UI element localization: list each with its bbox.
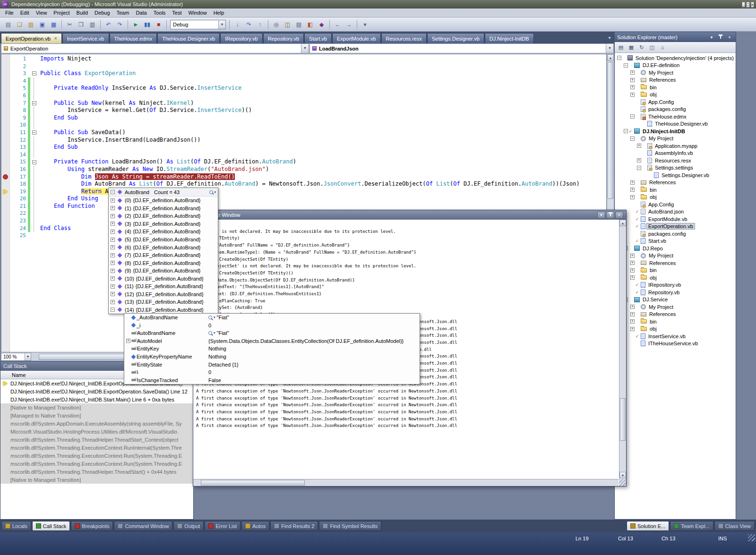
tree-item-start.vb[interactable]: ✓Start.vb — [615, 238, 735, 245]
stack-frame-row[interactable]: DJ.Ninject-InitDB.exe!DJ.Ninject_InitDB.… — [0, 395, 193, 403]
stack-frame-row[interactable]: [Native to Managed Transition] — [0, 476, 193, 484]
stack-frame-row[interactable]: [Native to Managed Transition] — [0, 403, 193, 411]
immediate-horizontal-scrollbar[interactable] — [193, 479, 619, 486]
tree-item-bin[interactable]: +bin — [615, 267, 735, 274]
outlining-margin[interactable] — [30, 92, 38, 100]
panel-tab-locals[interactable]: Locals — [1, 521, 31, 531]
chevron-down-icon[interactable]: ▾ — [606, 44, 613, 53]
datatip-item-row[interactable]: −(14){DJ.EF_definition.AutoBrand} — [109, 306, 218, 314]
menu-file[interactable]: File — [2, 9, 17, 17]
refresh-button[interactable]: ↻ — [637, 43, 646, 52]
outlining-margin[interactable] — [30, 188, 38, 196]
glyph-margin[interactable] — [1, 166, 10, 173]
datatip-item-row[interactable]: +(3){DJ.EF_definition.AutoBrand} — [109, 220, 218, 228]
expand-icon[interactable]: + — [111, 245, 115, 249]
tree-item-my-project[interactable]: +My Project — [615, 303, 735, 311]
glyph-margin[interactable] — [1, 121, 10, 129]
collapse-icon[interactable]: − — [624, 129, 628, 133]
scope-combobox[interactable]: ExportOperation ▾ — [1, 43, 309, 53]
tab-Resources.resx[interactable]: Resources.resx — [381, 33, 427, 43]
show-all-files-button[interactable]: ▦ — [627, 43, 636, 52]
chevron-down-icon[interactable]: ▾ — [214, 331, 215, 335]
tab-ExportOperation.vb[interactable]: ExportOperation.vb× — [1, 33, 62, 43]
tab-TheHouse.Designer.vb[interactable]: TheHouse.Designer.vb — [157, 33, 220, 43]
tab-Repository.vb[interactable]: Repository.vb — [263, 33, 304, 43]
resize-grip[interactable] — [619, 479, 626, 486]
tree-item-packages.config[interactable]: packages.config — [615, 230, 735, 238]
add-item-button[interactable]: ❏ — [14, 19, 25, 30]
open-file-button[interactable]: ▨ — [26, 19, 36, 30]
scrollbar-thumb[interactable] — [201, 480, 305, 486]
stack-frame-row[interactable]: mscorlib.dll!System.Threading.ExecutionC… — [0, 460, 193, 468]
code-line[interactable]: 21 End Function — [1, 203, 606, 210]
datatip-property-row[interactable]: _i0 — [124, 322, 420, 330]
code-line[interactable]: 15− Private Function LoadBrandJson() As … — [1, 158, 606, 166]
glyph-margin[interactable] — [1, 225, 10, 232]
glyph-margin[interactable] — [1, 85, 10, 92]
solution-configurations-combo[interactable]: Debug▾ — [170, 20, 226, 29]
glyph-margin[interactable] — [1, 100, 10, 107]
toolbar-options-dropdown[interactable]: ▾ — [360, 19, 370, 30]
expand-icon[interactable]: + — [630, 327, 635, 331]
outlining-margin[interactable] — [30, 55, 38, 63]
glyph-margin[interactable] — [1, 188, 10, 196]
outlining-margin[interactable] — [30, 203, 38, 210]
navigate-back-button[interactable]: ← — [332, 19, 343, 30]
pin-icon[interactable] — [717, 34, 724, 41]
tree-item-assemblyinfo.vb[interactable]: AssemblyInfo.vb — [615, 150, 735, 157]
magnifier-icon[interactable] — [208, 316, 212, 319]
datatip-property-row[interactable]: EntityKeyPropertyNameNothing — [124, 353, 420, 361]
glyph-margin[interactable] — [1, 70, 10, 77]
solution-explorer-header[interactable]: Solution Explorer (master) ▾ × — [615, 32, 736, 42]
datatip-property-row[interactable]: i0 — [124, 368, 420, 376]
outlining-margin[interactable]: − — [30, 158, 38, 166]
glyph-margin[interactable] — [1, 129, 10, 137]
panel-tab-error-list[interactable]: Error List — [205, 521, 241, 531]
code-line[interactable]: 9 End Sub — [1, 114, 606, 122]
expand-icon[interactable]: + — [111, 276, 115, 281]
code-line[interactable]: 4 — [1, 77, 606, 85]
start-debug-button[interactable]: ► — [130, 19, 141, 30]
tree-item-thehouse.edmx[interactable]: −TheHouse.edmx — [615, 113, 735, 120]
navigate-forward-button[interactable]: → — [344, 19, 354, 30]
panel-tab-find-results-2[interactable]: Find Results 2 — [270, 521, 318, 531]
stop-debug-button[interactable]: ■ — [153, 19, 164, 30]
save-all-button[interactable]: ▦ — [48, 19, 59, 30]
menu-help[interactable]: Help — [210, 9, 228, 17]
code-line[interactable]: 13 End Sub — [1, 144, 606, 151]
code-line[interactable]: 12 InsService.InsertBrand(LoadBrandJson(… — [1, 137, 606, 144]
properties-window-button[interactable]: ▤ — [293, 19, 304, 30]
datatip-item-row[interactable]: +(8){DJ.EF_definition.AutoBrand} — [109, 259, 218, 267]
collapse-icon[interactable]: − — [630, 114, 635, 119]
scroll-up-icon[interactable]: ▲ — [619, 220, 626, 226]
outlining-margin[interactable] — [30, 173, 38, 181]
stack-frame-row[interactable]: mscorlib.dll!System.Threading.ExecutionC… — [0, 444, 193, 452]
datatip-item-row[interactable]: +(0){DJ.EF_definition.AutoBrand} — [109, 196, 218, 205]
expand-icon[interactable]: + — [111, 222, 115, 226]
minimize-button[interactable]: _ — [742, 2, 745, 8]
expand-icon[interactable]: + — [630, 180, 635, 185]
collapse-icon[interactable]: − — [32, 130, 36, 135]
tree-item-resources.resx[interactable]: +Resources.resx — [615, 157, 735, 164]
step-into-button[interactable]: ↓ — [232, 19, 243, 30]
tab-Start.vb[interactable]: Start.vb — [304, 33, 332, 43]
outlining-margin[interactable] — [30, 180, 38, 188]
tree-item-bin[interactable]: +bin — [615, 318, 735, 325]
close-icon[interactable]: × — [615, 212, 623, 219]
panel-tab-solution-e-[interactable]: Solution E... — [627, 521, 669, 531]
magnifier-icon[interactable] — [208, 331, 212, 335]
glyph-margin[interactable] — [1, 203, 10, 210]
tree-item-my-project[interactable]: +My Project — [615, 69, 735, 77]
panel-tab-find-symbol-results[interactable]: Find Symbol Results — [319, 521, 381, 531]
datatip-property-row[interactable]: EntityStateDetached {1} — [124, 360, 420, 368]
menu-team[interactable]: Team — [113, 9, 133, 17]
code-line[interactable]: 2 — [1, 63, 606, 70]
tree-item-app.config[interactable]: App.Config — [615, 98, 735, 106]
code-line[interactable]: 16 Using streamReader As New IO.StreamRe… — [1, 166, 606, 173]
tree-item-dj.ninject-initdb[interactable]: −✓DJ.Ninject-InitDB — [615, 128, 735, 135]
tree-item-packages.config[interactable]: packages.config — [615, 106, 735, 113]
tree-item-solution-dependencyinjection-4-projects-[interactable]: −Solution 'DependencyInjection' (4 proje… — [615, 54, 735, 62]
break-all-button[interactable]: ▮▮ — [142, 19, 153, 30]
glyph-margin[interactable] — [1, 55, 10, 63]
collapse-icon[interactable]: − — [637, 166, 641, 170]
